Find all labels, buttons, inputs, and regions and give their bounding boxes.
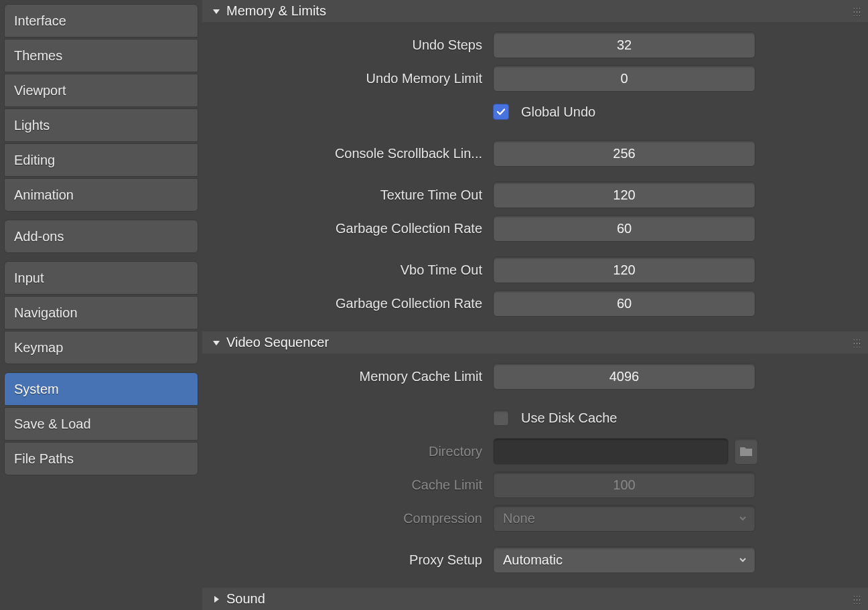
memory-cache-limit-label: Memory Cache Limit (212, 369, 493, 384)
drag-handle-icon[interactable]: :::::: (853, 339, 861, 347)
disk-cache-limit-input[interactable]: 100 (493, 471, 755, 498)
preferences-content: Memory & Limits :::::: Undo Steps 32 Und… (202, 0, 868, 610)
sidebar-item-label: Save & Load (14, 416, 91, 432)
global-undo-label: Global Undo (521, 104, 595, 120)
console-scrollback-label: Console Scrollback Lin... (212, 146, 493, 161)
sidebar-group-2: Add-ons (4, 220, 198, 253)
sidebar-item-save-load[interactable]: Save & Load (4, 407, 198, 441)
sidebar-item-animation[interactable]: Animation (4, 178, 198, 212)
sidebar-item-label: System (14, 382, 59, 397)
sidebar-item-themes[interactable]: Themes (4, 39, 198, 72)
panel-title: Memory & Limits (226, 3, 326, 19)
svg-marker-1 (213, 341, 220, 346)
texture-timeout-input[interactable]: 120 (493, 181, 755, 208)
sidebar-group-1: Interface Themes Viewport Lights Editing… (4, 4, 198, 212)
disk-cache-compression-select[interactable]: None (493, 505, 755, 532)
sidebar-item-label: Keymap (14, 340, 63, 356)
disclosure-triangle-down-icon (212, 7, 221, 16)
sidebar-item-label: Lights (14, 118, 50, 133)
sidebar-group-4: System Save & Load File Paths (4, 372, 198, 475)
disk-cache-directory-label: Directory (212, 444, 493, 459)
use-disk-cache-checkbox[interactable] (493, 410, 509, 426)
sidebar-item-viewport[interactable]: Viewport (4, 74, 198, 107)
panel-body-video-sequencer: Memory Cache Limit 4096 Use Disk Cache D… (202, 354, 868, 588)
disk-cache-compression-label: Compression (212, 511, 493, 526)
sidebar-item-label: Animation (14, 187, 74, 203)
sidebar-item-input[interactable]: Input (4, 261, 198, 295)
svg-marker-0 (213, 9, 220, 14)
sidebar-item-system[interactable]: System (4, 372, 198, 406)
browse-directory-button[interactable] (734, 438, 758, 465)
panel-header-video-sequencer[interactable]: Video Sequencer :::::: (202, 331, 868, 354)
sidebar-item-lights[interactable]: Lights (4, 108, 198, 142)
sidebar-item-label: Editing (14, 153, 55, 168)
sidebar-item-navigation[interactable]: Navigation (4, 296, 198, 329)
panel-title: Sound (226, 591, 265, 607)
panel-body-memory-limits: Undo Steps 32 Undo Memory Limit 0 Global… (202, 22, 868, 331)
sidebar-item-addons[interactable]: Add-ons (4, 220, 198, 253)
undo-memory-limit-input[interactable]: 0 (493, 65, 755, 92)
sidebar-item-label: Navigation (14, 305, 78, 321)
disk-cache-limit-label: Cache Limit (212, 477, 493, 493)
sidebar-item-label: Interface (14, 13, 66, 29)
undo-steps-label: Undo Steps (212, 37, 493, 53)
global-undo-checkbox[interactable] (493, 104, 509, 120)
drag-handle-icon[interactable]: :::::: (853, 595, 861, 603)
panel-header-sound[interactable]: Sound :::::: (202, 588, 868, 610)
sidebar-item-keymap[interactable]: Keymap (4, 331, 198, 364)
disclosure-triangle-right-icon (212, 595, 221, 604)
sidebar-item-label: Themes (14, 48, 62, 64)
vbo-timeout-input[interactable]: 120 (493, 256, 755, 283)
folder-icon (739, 445, 753, 457)
svg-marker-2 (214, 596, 219, 603)
chevron-down-icon (739, 556, 747, 564)
sidebar-item-label: Viewport (14, 83, 66, 98)
vbo-gc-rate-label: Garbage Collection Rate (212, 296, 493, 311)
sidebar-group-3: Input Navigation Keymap (4, 261, 198, 364)
sidebar-item-file-paths[interactable]: File Paths (4, 442, 198, 475)
disk-cache-directory-input[interactable] (493, 438, 729, 465)
disclosure-triangle-down-icon (212, 338, 221, 348)
vbo-timeout-label: Vbo Time Out (212, 262, 493, 278)
proxy-setup-label: Proxy Setup (212, 552, 493, 568)
sidebar-item-editing[interactable]: Editing (4, 143, 198, 177)
use-disk-cache-label: Use Disk Cache (521, 410, 617, 426)
chevron-down-icon (739, 514, 747, 522)
panel-title: Video Sequencer (226, 335, 329, 350)
texture-gc-rate-label: Garbage Collection Rate (212, 221, 493, 236)
memory-cache-limit-input[interactable]: 4096 (493, 363, 755, 390)
texture-gc-rate-input[interactable]: 60 (493, 215, 755, 242)
preferences-sidebar: Interface Themes Viewport Lights Editing… (0, 0, 202, 610)
console-scrollback-input[interactable]: 256 (493, 140, 755, 167)
undo-memory-limit-label: Undo Memory Limit (212, 71, 493, 86)
drag-handle-icon[interactable]: :::::: (853, 7, 861, 15)
sidebar-item-interface[interactable]: Interface (4, 4, 198, 37)
sidebar-item-label: Input (14, 271, 44, 286)
vbo-gc-rate-input[interactable]: 60 (493, 290, 755, 317)
sidebar-item-label: File Paths (14, 451, 74, 467)
sidebar-item-label: Add-ons (14, 229, 64, 244)
panel-header-memory-limits[interactable]: Memory & Limits :::::: (202, 0, 868, 22)
texture-timeout-label: Texture Time Out (212, 187, 493, 203)
undo-steps-input[interactable]: 32 (493, 31, 755, 58)
proxy-setup-select[interactable]: Automatic (493, 546, 755, 573)
